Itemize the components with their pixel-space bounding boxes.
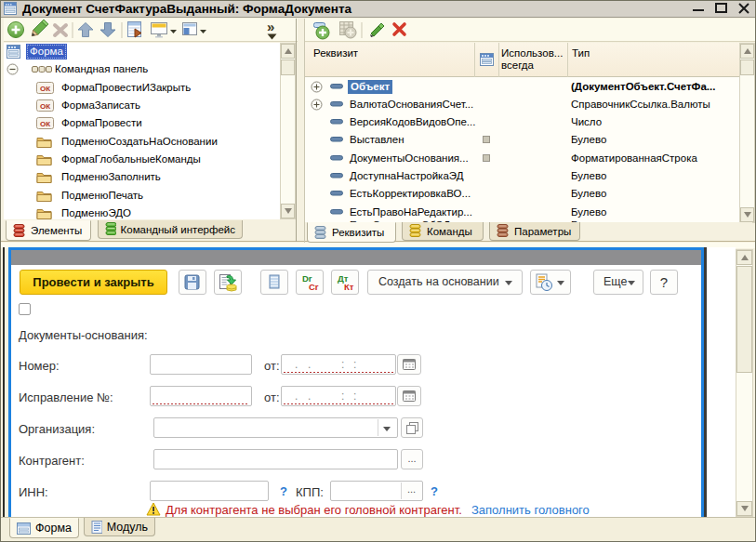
svg-text:ОК: ОК	[40, 102, 50, 111]
svg-text:ОК: ОК	[40, 120, 50, 128]
svg-text:ОК: ОК	[40, 85, 50, 93]
